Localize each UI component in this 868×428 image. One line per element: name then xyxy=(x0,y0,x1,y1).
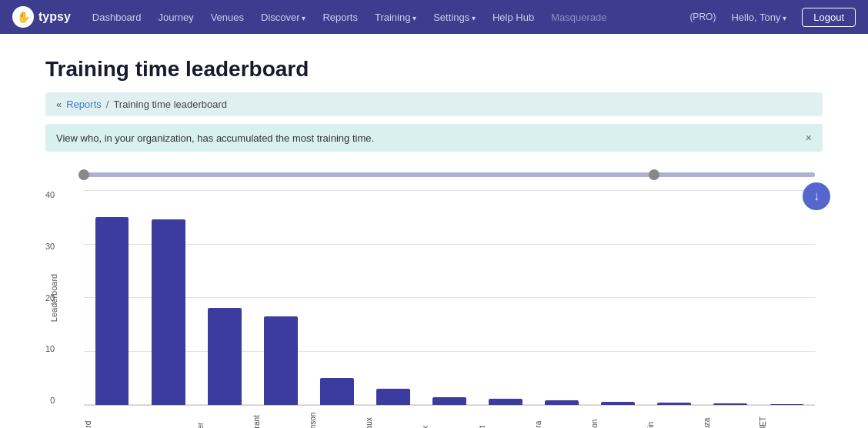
x-label-item: Aaron Johnson xyxy=(590,410,646,428)
bar-group xyxy=(365,190,421,405)
y-axis-title: Leaderboard xyxy=(49,273,58,321)
nav-links: DashboardJourneyVenuesDiscoverReportsTra… xyxy=(85,8,690,26)
nav-link-discover[interactable]: Discover xyxy=(253,8,313,26)
bar[interactable] xyxy=(601,402,635,405)
logo-icon: ✋ xyxy=(12,6,34,28)
nav-link-dashboard[interactable]: Dashboard xyxy=(85,8,149,26)
bar-group xyxy=(646,190,703,405)
nav-link-masquerade[interactable]: Masquerade xyxy=(543,8,614,26)
page-title: Training time leaderboard xyxy=(45,57,823,82)
bar[interactable] xyxy=(376,389,410,405)
x-label-item: Donna Cox xyxy=(421,410,477,428)
y-label: 0 xyxy=(50,396,59,405)
bar[interactable] xyxy=(95,217,129,405)
bar-group xyxy=(140,190,196,405)
breadcrumb-separator: / xyxy=(106,99,109,110)
x-label-item: Jeremy Guard xyxy=(84,410,140,428)
bar[interactable] xyxy=(545,400,579,405)
x-label-item: Amaury Depaux xyxy=(365,410,421,428)
bar-group xyxy=(534,190,590,405)
page-content: Training time leaderboard « Reports / Tr… xyxy=(30,34,838,428)
nav-link-venues[interactable]: Venues xyxy=(203,8,252,26)
y-label: 30 xyxy=(45,242,59,251)
hello-menu[interactable]: Hello, Tony xyxy=(723,8,794,26)
breadcrumb-current: Training time leaderboard xyxy=(113,99,227,110)
bar[interactable] xyxy=(264,316,298,405)
chart-inner: 403020100 Leaderboard xyxy=(84,190,815,406)
x-label-item: Felicity Thomlinson xyxy=(309,410,365,428)
slider-track xyxy=(84,172,815,177)
bar[interactable] xyxy=(657,403,691,405)
bar-group xyxy=(252,190,309,405)
bar[interactable] xyxy=(320,378,354,405)
bar[interactable] xyxy=(770,404,804,405)
logo-text: typsy xyxy=(38,10,71,24)
bar-group xyxy=(759,190,815,405)
breadcrumb-link[interactable]: Reports xyxy=(66,99,102,110)
info-message: View who, in your organization, has accu… xyxy=(56,132,374,144)
bar[interactable] xyxy=(208,308,242,405)
bar-group xyxy=(309,190,365,405)
x-label-item: Wilfred D'Souza xyxy=(703,410,759,428)
bar-group xyxy=(421,190,477,405)
nav-link-reports[interactable]: Reports xyxy=(315,8,366,26)
x-label-item: Dulara Perera xyxy=(534,410,590,428)
chart-container: 403020100 Leaderboard Jeremy GuardTony B… xyxy=(45,167,823,428)
x-label-item: Jillian Hunt xyxy=(478,410,534,428)
nav-link-training[interactable]: Training xyxy=(367,8,424,26)
slider-fill xyxy=(84,172,815,177)
x-label-item: Typsy Restaurant Group xyxy=(252,410,309,428)
bar-group xyxy=(478,190,534,405)
x-label-item: Jason Bulger xyxy=(196,410,252,428)
x-label-item: Tony Bolf xyxy=(140,410,196,428)
slider-handle-right[interactable] xyxy=(649,169,659,180)
info-banner: View who, in your organization, has accu… xyxy=(45,124,823,152)
bar[interactable] xyxy=(152,219,185,405)
slider-handle-left[interactable] xyxy=(78,169,89,180)
nav-link-settings[interactable]: Settings xyxy=(426,8,483,26)
breadcrumb-back-icon: « xyxy=(56,99,62,110)
bar[interactable] xyxy=(432,397,466,405)
nav-right: (PRO) Hello, Tony Logout xyxy=(689,8,856,27)
bars-wrapper xyxy=(84,190,815,405)
bar-group xyxy=(590,190,646,405)
y-label: 40 xyxy=(45,190,59,199)
bar[interactable] xyxy=(713,403,747,405)
x-label-item: Olivia Shainin xyxy=(646,410,703,428)
bar-group xyxy=(196,190,252,405)
y-label: 10 xyxy=(45,344,59,353)
pro-badge: (PRO) xyxy=(689,12,716,22)
info-close-button[interactable]: × xyxy=(806,132,812,144)
logout-button[interactable]: Logout xyxy=(802,8,856,27)
main-nav: ✋ typsy DashboardJourneyVenuesDiscoverRe… xyxy=(0,0,868,34)
bar[interactable] xyxy=(489,399,522,405)
bar-chart: 403020100 Leaderboard Jeremy GuardTony B… xyxy=(84,190,815,428)
breadcrumb: « Reports / Training time leaderboard xyxy=(45,92,823,116)
logo[interactable]: ✋ typsy xyxy=(12,6,71,28)
slider-bar[interactable] xyxy=(84,167,815,182)
nav-link-journey[interactable]: Journey xyxy=(150,8,201,26)
bar-group xyxy=(703,190,759,405)
bar-group xyxy=(84,190,140,405)
x-label-item: Renaud FICHET xyxy=(759,410,815,428)
nav-link-help-hub[interactable]: Help Hub xyxy=(485,8,542,26)
x-labels: Jeremy GuardTony BolfJason BulgerTypsy R… xyxy=(84,410,815,428)
